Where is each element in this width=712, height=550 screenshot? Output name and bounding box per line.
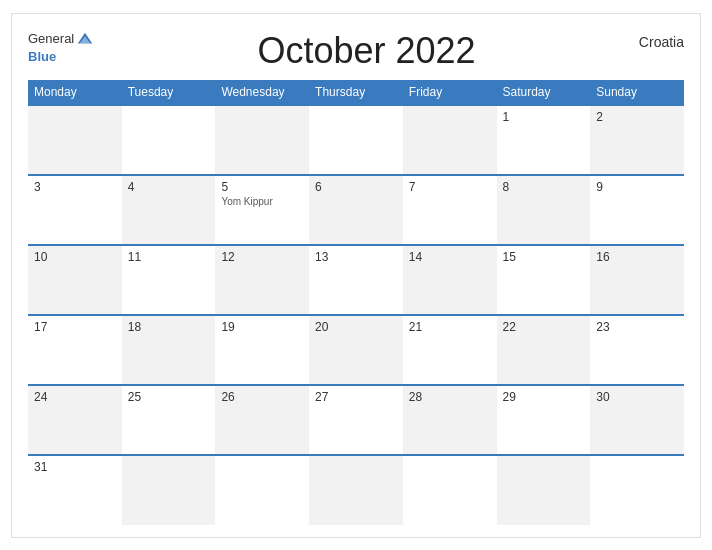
day-number: 25 [128, 390, 210, 404]
day-number: 24 [34, 390, 116, 404]
day-cell-w4-d3: 19 [215, 315, 309, 385]
day-cell-w6-d7 [590, 455, 684, 525]
day-cell-w6-d4 [309, 455, 403, 525]
day-cell-w3-d7: 16 [590, 245, 684, 315]
day-cell-w1-d7: 2 [590, 105, 684, 175]
day-cell-w2-d7: 9 [590, 175, 684, 245]
day-cell-w3-d2: 11 [122, 245, 216, 315]
logo-general-text: General [28, 31, 74, 47]
day-cell-w4-d4: 20 [309, 315, 403, 385]
week-row-5: 24252627282930 [28, 385, 684, 455]
day-cell-w6-d2 [122, 455, 216, 525]
country-label: Croatia [639, 34, 684, 50]
header-wednesday: Wednesday [215, 80, 309, 105]
event-label: Yom Kippur [221, 196, 303, 207]
day-number: 8 [503, 180, 585, 194]
header-saturday: Saturday [497, 80, 591, 105]
day-cell-w6-d5 [403, 455, 497, 525]
day-cell-w1-d2 [122, 105, 216, 175]
calendar-title: October 2022 [94, 30, 639, 72]
header-tuesday: Tuesday [122, 80, 216, 105]
header-sunday: Sunday [590, 80, 684, 105]
day-cell-w3-d5: 14 [403, 245, 497, 315]
day-cell-w1-d5 [403, 105, 497, 175]
day-cell-w2-d6: 8 [497, 175, 591, 245]
day-number: 7 [409, 180, 491, 194]
day-number: 13 [315, 250, 397, 264]
header-monday: Monday [28, 80, 122, 105]
day-number: 12 [221, 250, 303, 264]
day-number: 14 [409, 250, 491, 264]
day-cell-w5-d7: 30 [590, 385, 684, 455]
day-number: 17 [34, 320, 116, 334]
day-number: 1 [503, 110, 585, 124]
week-row-1: 12 [28, 105, 684, 175]
day-number: 18 [128, 320, 210, 334]
day-cell-w2-d3: 5Yom Kippur [215, 175, 309, 245]
day-cell-w5-d6: 29 [497, 385, 591, 455]
day-number: 6 [315, 180, 397, 194]
header-thursday: Thursday [309, 80, 403, 105]
day-cell-w5-d1: 24 [28, 385, 122, 455]
day-headers-row: Monday Tuesday Wednesday Thursday Friday… [28, 80, 684, 105]
calendar-table: Monday Tuesday Wednesday Thursday Friday… [28, 80, 684, 525]
calendar-container: General Blue October 2022 Croatia Monday… [11, 13, 701, 538]
logo: General Blue [28, 30, 94, 65]
day-cell-w2-d2: 4 [122, 175, 216, 245]
day-cell-w6-d1: 31 [28, 455, 122, 525]
day-number: 19 [221, 320, 303, 334]
week-row-4: 17181920212223 [28, 315, 684, 385]
header-friday: Friday [403, 80, 497, 105]
week-row-6: 31 [28, 455, 684, 525]
day-cell-w4-d1: 17 [28, 315, 122, 385]
day-cell-w4-d6: 22 [497, 315, 591, 385]
day-cell-w4-d5: 21 [403, 315, 497, 385]
logo-blue-text: Blue [28, 49, 56, 65]
day-cell-w5-d4: 27 [309, 385, 403, 455]
day-number: 10 [34, 250, 116, 264]
day-cell-w6-d3 [215, 455, 309, 525]
day-number: 3 [34, 180, 116, 194]
day-number: 27 [315, 390, 397, 404]
day-number: 23 [596, 320, 678, 334]
day-cell-w3-d4: 13 [309, 245, 403, 315]
day-cell-w1-d4 [309, 105, 403, 175]
day-cell-w2-d4: 6 [309, 175, 403, 245]
day-number: 31 [34, 460, 116, 474]
day-number: 9 [596, 180, 678, 194]
day-number: 28 [409, 390, 491, 404]
day-cell-w5-d3: 26 [215, 385, 309, 455]
day-number: 11 [128, 250, 210, 264]
day-number: 22 [503, 320, 585, 334]
day-cell-w1-d1 [28, 105, 122, 175]
day-cell-w3-d1: 10 [28, 245, 122, 315]
day-cell-w3-d6: 15 [497, 245, 591, 315]
day-number: 4 [128, 180, 210, 194]
day-cell-w1-d3 [215, 105, 309, 175]
calendar-header: General Blue October 2022 Croatia [28, 30, 684, 72]
day-cell-w3-d3: 12 [215, 245, 309, 315]
week-row-3: 10111213141516 [28, 245, 684, 315]
day-cell-w5-d5: 28 [403, 385, 497, 455]
day-cell-w6-d6 [497, 455, 591, 525]
day-cell-w2-d1: 3 [28, 175, 122, 245]
week-row-2: 345Yom Kippur6789 [28, 175, 684, 245]
day-cell-w4-d7: 23 [590, 315, 684, 385]
day-number: 2 [596, 110, 678, 124]
day-number: 15 [503, 250, 585, 264]
day-number: 21 [409, 320, 491, 334]
day-number: 30 [596, 390, 678, 404]
logo-icon [76, 31, 94, 49]
day-number: 16 [596, 250, 678, 264]
day-cell-w1-d6: 1 [497, 105, 591, 175]
day-number: 29 [503, 390, 585, 404]
day-number: 5 [221, 180, 303, 194]
day-number: 26 [221, 390, 303, 404]
day-cell-w5-d2: 25 [122, 385, 216, 455]
day-cell-w4-d2: 18 [122, 315, 216, 385]
day-number: 20 [315, 320, 397, 334]
day-cell-w2-d5: 7 [403, 175, 497, 245]
